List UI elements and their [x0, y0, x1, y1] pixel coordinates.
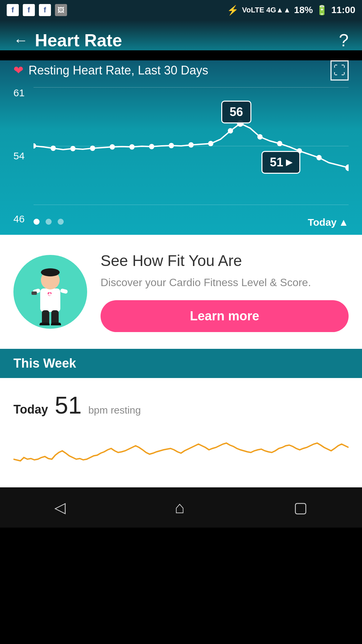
fitness-card: See How Fit You Are Discover your Cardio…	[0, 235, 362, 349]
status-indicators: ⚡ VoLTE 4G▲▲ 18% 🔋 11:00	[227, 5, 355, 16]
back-button[interactable]: ←	[13, 32, 28, 49]
avatar-illustration	[20, 258, 80, 325]
svg-point-1	[51, 146, 56, 151]
carousel-dot-1[interactable]	[34, 219, 40, 225]
chart-svg	[34, 87, 349, 215]
clock: 11:00	[331, 5, 355, 15]
today-stats-row: Today 51 bpm resting	[13, 391, 349, 419]
svg-point-9	[208, 141, 214, 146]
svg-point-5	[129, 144, 135, 150]
mini-chart-svg	[13, 426, 349, 479]
svg-point-10	[228, 128, 233, 133]
fitness-text: See How Fit You Are Discover your Cardio…	[101, 252, 349, 332]
tooltip-peak: 56	[221, 101, 251, 123]
nav-recents-button[interactable]: ▢	[294, 499, 308, 516]
svg-point-2	[70, 146, 76, 151]
signal-icons: VoLTE 4G▲▲	[242, 6, 291, 14]
notification-icons: f f f 🖼	[7, 4, 67, 16]
svg-point-12	[257, 134, 263, 140]
y-label-46: 46	[13, 213, 24, 225]
svg-point-8	[188, 142, 194, 148]
tooltip-current: 51 ▶	[261, 151, 300, 174]
fb-icon-1: f	[7, 4, 19, 16]
expand-button[interactable]: ⛶	[330, 60, 349, 80]
heart-icon: ❤	[13, 63, 23, 77]
today-stat-label: Today	[13, 402, 48, 417]
bpm-value: 51	[55, 391, 81, 419]
svg-rect-23	[60, 288, 68, 294]
grid-line-top	[34, 87, 349, 88]
heart-rate-chart: 61 54 46	[13, 87, 349, 228]
header: ← Heart Rate ?	[0, 20, 362, 50]
photo-icon: 🖼	[55, 4, 67, 16]
chart-subtitle-text: Resting Heart Rate, Last 30 Days	[28, 63, 208, 77]
navigation-bar: ◁ ⌂ ▢	[0, 487, 362, 528]
fitness-card-description: Discover your Cardio Fitness Level & Sco…	[101, 275, 349, 290]
today-stats-section: Today 51 bpm resting	[0, 378, 362, 487]
grid-line-bottom	[34, 205, 349, 205]
nav-home-button[interactable]: ⌂	[175, 498, 185, 517]
status-bar: f f f 🖼 ⚡ VoLTE 4G▲▲ 18% 🔋 11:00	[0, 0, 362, 20]
svg-point-4	[110, 144, 115, 150]
fb-icon-3: f	[39, 4, 51, 16]
nav-back-button[interactable]: ◁	[54, 499, 66, 516]
svg-point-19	[41, 268, 60, 276]
svg-rect-28	[51, 323, 61, 325]
fitness-card-title: See How Fit You Are	[101, 252, 349, 270]
avatar-circle	[13, 255, 87, 329]
svg-point-16	[345, 164, 349, 171]
arrow-icon: ▶	[286, 158, 292, 167]
svg-point-15	[316, 155, 322, 160]
svg-rect-27	[40, 323, 50, 325]
chart-svg-area: 56 51 ▶	[34, 87, 349, 215]
carousel-dot-3[interactable]	[58, 219, 64, 225]
triangle-icon: ▲	[339, 217, 349, 228]
bpm-unit: bpm resting	[88, 405, 141, 416]
svg-point-13	[277, 141, 283, 146]
y-label-54: 54	[13, 150, 24, 162]
help-button[interactable]: ?	[339, 30, 349, 50]
svg-rect-17	[40, 288, 60, 312]
page-title: Heart Rate	[35, 30, 339, 50]
this-week-header: This Week	[0, 349, 362, 378]
carousel-dot-2[interactable]	[46, 219, 52, 225]
bluetooth-icon: ⚡	[227, 5, 239, 16]
svg-rect-24	[32, 291, 37, 295]
svg-rect-21	[48, 294, 51, 295]
learn-more-button[interactable]: Learn more	[101, 300, 349, 332]
chart-subtitle-row: ❤ Resting Heart Rate, Last 30 Days ⛶	[13, 60, 349, 80]
svg-point-3	[90, 146, 95, 151]
chart-subtitle-left: ❤ Resting Heart Rate, Last 30 Days	[13, 63, 208, 77]
battery-level: 18%	[294, 5, 313, 15]
svg-point-6	[149, 144, 155, 149]
fb-icon-2: f	[23, 4, 35, 16]
chart-y-labels: 61 54 46	[13, 87, 24, 228]
y-label-61: 61	[13, 87, 24, 99]
this-week-label: This Week	[13, 356, 76, 370]
battery-icon: 🔋	[316, 5, 328, 16]
grid-line-mid	[34, 146, 349, 146]
today-label: Today ▲	[308, 217, 349, 228]
chart-section: ❤ Resting Heart Rate, Last 30 Days ⛶ 61 …	[0, 60, 362, 235]
